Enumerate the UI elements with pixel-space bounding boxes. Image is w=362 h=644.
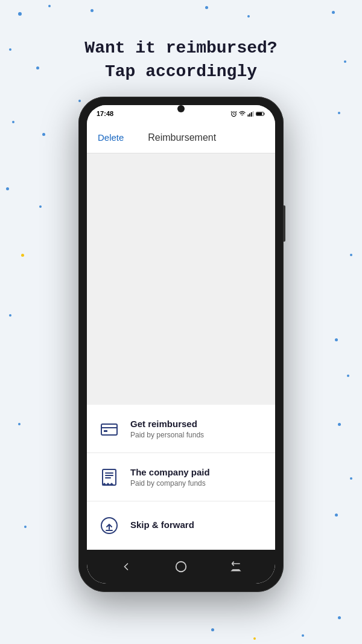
svg-rect-4 [253, 111, 254, 116]
phone-screen: 17:48 [87, 105, 275, 584]
option-get-reimbursed[interactable]: Get reimbursed Paid by personal funds [87, 405, 275, 453]
main-heading: Want it reimbursed? Tap accordingly [0, 36, 362, 83]
card-icon [98, 417, 121, 440]
get-reimbursed-title: Get reimbursed [130, 419, 204, 429]
receipt-icon [98, 466, 121, 489]
options-list: Get reimbursed Paid by personal funds [87, 405, 275, 550]
heading-line1: Want it reimbursed? [84, 39, 277, 57]
status-icons [230, 111, 265, 117]
app-bar-title: Reimbursement [148, 132, 216, 143]
delete-button[interactable]: Delete [98, 132, 124, 143]
nav-home-button[interactable] [174, 560, 188, 573]
nav-back-button[interactable] [120, 561, 132, 573]
nav-recents-button[interactable] [230, 561, 242, 573]
get-reimbursed-text: Get reimbursed Paid by personal funds [130, 419, 204, 439]
svg-rect-2 [249, 113, 250, 117]
company-paid-subtitle: Paid by company funds [130, 479, 210, 488]
option-company-paid[interactable]: The company paid Paid by company funds [87, 453, 275, 501]
camera-notch [177, 105, 185, 112]
phone-mockup: 17:48 [78, 97, 284, 592]
svg-point-11 [176, 562, 186, 572]
bottom-nav [87, 550, 275, 584]
status-time: 17:48 [97, 110, 113, 117]
company-paid-text: The company paid Paid by company funds [130, 467, 210, 488]
upload-icon [98, 514, 121, 537]
skip-forward-text: Skip & forward [130, 520, 194, 532]
company-paid-title: The company paid [130, 467, 210, 477]
svg-rect-3 [251, 112, 252, 116]
svg-rect-6 [256, 112, 262, 115]
phone-outer: 17:48 [78, 97, 284, 592]
heading-line2: Tap accordingly [105, 62, 257, 81]
get-reimbursed-subtitle: Paid by personal funds [130, 431, 204, 439]
skip-forward-title: Skip & forward [130, 520, 194, 530]
app-bar: Delete Reimbursement [87, 122, 275, 153]
option-skip-forward[interactable]: Skip & forward [87, 501, 275, 550]
svg-rect-1 [247, 114, 249, 117]
svg-rect-7 [101, 424, 117, 435]
svg-rect-8 [104, 430, 107, 432]
